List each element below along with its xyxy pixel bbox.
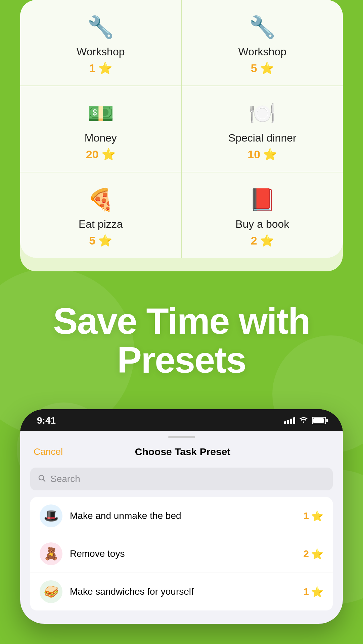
- star-icon-buy-book: ⭐: [260, 234, 274, 247]
- reward-stars-value-buy-book: 2: [251, 234, 257, 247]
- reward-item-money[interactable]: 💵 Money 20 ⭐: [20, 86, 181, 172]
- workshop1-icon: 🔧: [86, 12, 116, 42]
- task-list: 🎩 Make and unmake the bed 1 ⭐ 🧸 Remove t…: [30, 497, 333, 610]
- reward-stars-buy-book: 2 ⭐: [251, 234, 274, 247]
- eat-pizza-icon: 🍕: [86, 184, 116, 215]
- svg-line-1: [43, 479, 45, 481]
- reward-name-workshop1: Workshop: [77, 46, 125, 58]
- task-icon-make-sandwiches: 🥪: [40, 580, 62, 603]
- reward-name-workshop5: Workshop: [238, 46, 286, 58]
- star-icon-money: ⭐: [101, 148, 116, 161]
- workshop5-icon: 🔧: [247, 12, 277, 42]
- status-icons: [284, 416, 326, 425]
- reward-name-special-dinner: Special dinner: [228, 132, 297, 144]
- task-icon-make-bed: 🎩: [40, 504, 62, 527]
- task-score-make-bed: 1 ⭐: [303, 510, 323, 522]
- reward-stars-workshop1: 1 ⭐: [89, 61, 112, 75]
- buy-book-icon: 📕: [247, 184, 277, 215]
- search-bar[interactable]: Search: [30, 468, 333, 490]
- reward-stars-value-special-dinner: 10: [247, 148, 260, 161]
- heading-text: Save Time with Presets: [20, 302, 343, 379]
- task-item-remove-toys[interactable]: 🧸 Remove toys 2 ⭐: [30, 535, 333, 573]
- reward-item-buy-book[interactable]: 📕 Buy a book 2 ⭐: [182, 172, 343, 258]
- phone-mockup: 9:41 Cancel Ch: [20, 409, 343, 624]
- top-rewards-card: 🔧 Workshop 1 ⭐ 🔧 Workshop 5 ⭐ 💵 Money 20…: [20, 0, 343, 271]
- star-icon-eat-pizza: ⭐: [98, 234, 112, 247]
- task-score-make-sandwiches: 1 ⭐: [303, 586, 323, 598]
- reward-stars-money: 20 ⭐: [86, 148, 116, 161]
- task-stars-value-make-sandwiches: 1: [303, 586, 309, 597]
- star-icon-workshop5: ⭐: [260, 61, 274, 75]
- reward-item-special-dinner[interactable]: 🍽️ Special dinner 10 ⭐: [182, 86, 343, 172]
- search-icon: [38, 474, 46, 484]
- reward-stars-value-money: 20: [86, 148, 99, 161]
- heading-section: Save Time with Presets: [0, 271, 363, 399]
- battery-icon: [312, 417, 326, 424]
- task-star-icon-make-bed: ⭐: [311, 510, 323, 522]
- task-name-make-bed: Make and unmake the bed: [70, 511, 296, 521]
- heading-line2: Presets: [117, 339, 246, 380]
- bottom-padding: [20, 610, 343, 624]
- task-name-remove-toys: Remove toys: [70, 548, 296, 559]
- reward-item-workshop1[interactable]: 🔧 Workshop 1 ⭐: [20, 0, 181, 86]
- phone-screen: Cancel Choose Task Preset Search 🎩 Make …: [20, 431, 343, 624]
- star-icon-special-dinner: ⭐: [263, 148, 277, 161]
- heading-line1: Save Time with: [53, 300, 310, 341]
- reward-stars-value-workshop5: 5: [251, 62, 257, 75]
- status-time: 9:41: [37, 415, 56, 426]
- task-score-remove-toys: 2 ⭐: [303, 548, 323, 560]
- reward-item-eat-pizza[interactable]: 🍕 Eat pizza 5 ⭐: [20, 172, 181, 258]
- reward-stars-workshop5: 5 ⭐: [251, 61, 274, 75]
- reward-item-workshop5[interactable]: 🔧 Workshop 5 ⭐: [182, 0, 343, 86]
- task-star-icon-make-sandwiches: ⭐: [311, 586, 323, 598]
- cancel-button[interactable]: Cancel: [34, 446, 63, 457]
- modal-header: Cancel Choose Task Preset: [20, 438, 343, 464]
- wifi-icon: [299, 416, 308, 425]
- task-item-make-bed[interactable]: 🎩 Make and unmake the bed 1 ⭐: [30, 497, 333, 535]
- task-stars-value-remove-toys: 2: [303, 548, 309, 559]
- task-name-make-sandwiches: Make sandwiches for yourself: [70, 586, 296, 597]
- special-dinner-icon: 🍽️: [247, 98, 277, 128]
- reward-stars-eat-pizza: 5 ⭐: [89, 234, 112, 247]
- reward-stars-value-workshop1: 1: [89, 62, 95, 75]
- money-icon: 💵: [86, 98, 116, 128]
- reward-name-eat-pizza: Eat pizza: [79, 218, 123, 230]
- task-icon-remove-toys: 🧸: [40, 542, 62, 565]
- task-star-icon-remove-toys: ⭐: [311, 548, 323, 560]
- reward-name-money: Money: [85, 132, 117, 144]
- rewards-grid: 🔧 Workshop 1 ⭐ 🔧 Workshop 5 ⭐ 💵 Money 20…: [20, 0, 343, 258]
- search-placeholder: Search: [50, 474, 80, 484]
- task-item-make-sandwiches[interactable]: 🥪 Make sandwiches for yourself 1 ⭐: [30, 573, 333, 610]
- modal-title: Choose Task Preset: [135, 446, 231, 458]
- reward-stars-value-eat-pizza: 5: [89, 234, 95, 247]
- star-icon-workshop1: ⭐: [98, 61, 112, 75]
- status-bar: 9:41: [20, 409, 343, 431]
- reward-name-buy-book: Buy a book: [235, 218, 289, 230]
- signal-bars-icon: [284, 417, 295, 424]
- reward-stars-special-dinner: 10 ⭐: [247, 148, 277, 161]
- task-stars-value-make-bed: 1: [303, 510, 309, 522]
